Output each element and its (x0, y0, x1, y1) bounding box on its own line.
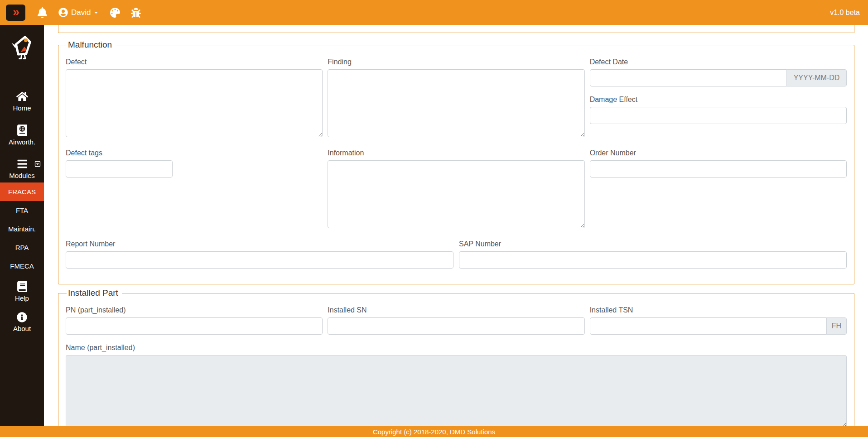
debug-report-button[interactable] (131, 8, 141, 18)
sidebar-item-rpa[interactable]: RPA (0, 238, 44, 257)
defect-tags-label: Defect tags (66, 149, 323, 157)
main-content: Malfunction Defect Finding Defect Date Y (44, 25, 868, 426)
sidebar-item-label: Home (13, 104, 31, 112)
report-number-label: Report Number (66, 240, 453, 248)
sidebar-item-maintain[interactable]: Maintain. (0, 220, 44, 238)
sidebar-item-fracas[interactable]: FRACAS (0, 182, 44, 201)
defect-tags-input[interactable] (66, 160, 173, 178)
notifications-button[interactable] (37, 7, 48, 18)
topbar: » David v1.0 beta (0, 0, 868, 25)
sidebar: Home Airworth. Modules FRACAS FTA Mainta… (0, 25, 44, 426)
name-installed-label: Name (part_installed) (66, 344, 847, 352)
finding-label: Finding (328, 58, 584, 66)
sidebar-item-label: About (13, 325, 31, 332)
user-menu[interactable]: David (58, 8, 98, 17)
sidebar-item-fmeca[interactable]: FMECA (0, 257, 44, 275)
sidebar-item-label: Help (15, 294, 29, 302)
sidebar-item-label: Modules (9, 172, 35, 179)
book-icon (17, 281, 27, 292)
installed-part-legend: Installed Part (67, 288, 122, 298)
theme-button[interactable] (110, 8, 120, 18)
pn-installed-input[interactable] (66, 317, 323, 335)
sap-number-label: SAP Number (459, 240, 847, 248)
sidebar-collapse-button[interactable]: » (6, 5, 25, 21)
installed-sn-input[interactable] (328, 317, 584, 335)
home-icon (16, 91, 28, 102)
installed-tsn-input[interactable] (590, 317, 827, 335)
user-name: David (71, 8, 91, 17)
caret-down-icon (94, 10, 98, 15)
sidebar-item-home[interactable]: Home (0, 91, 44, 112)
bird-logo-icon (8, 33, 36, 61)
information-textarea[interactable] (328, 160, 584, 228)
damage-effect-label: Damage Effect (590, 96, 847, 104)
footer: Copyright (c) 2018-2020, DMD Solutions (0, 426, 868, 437)
passport-icon (17, 125, 27, 136)
double-chevron-right-icon: » (13, 6, 18, 18)
previous-section-fieldset (58, 25, 854, 33)
flight-hours-addon: FH (826, 317, 847, 335)
defect-date-label: Defect Date (590, 58, 847, 66)
date-format-addon: YYYY-MM-DD (786, 69, 847, 86)
malfunction-legend: Malfunction (67, 40, 116, 50)
user-circle-icon (58, 8, 68, 17)
defect-label: Defect (66, 58, 323, 66)
bell-icon (37, 7, 48, 18)
palette-icon (110, 8, 120, 18)
info-circle-icon (17, 312, 27, 322)
bug-icon (131, 8, 141, 18)
pn-installed-label: PN (part_installed) (66, 306, 323, 314)
sidebar-item-fta[interactable]: FTA (0, 201, 44, 220)
installed-part-section: Installed Part PN (part_installed) Insta… (58, 288, 854, 426)
modules-submenu: FRACAS FTA Maintain. RPA FMECA (0, 182, 44, 275)
installed-sn-label: Installed SN (328, 306, 584, 314)
sidebar-item-airworthiness[interactable]: Airworth. (0, 125, 44, 146)
report-number-input[interactable] (66, 251, 453, 269)
app-logo (8, 33, 36, 63)
name-installed-textarea (66, 355, 847, 426)
malfunction-section: Malfunction Defect Finding Defect Date Y (58, 40, 854, 284)
caret-square-down-icon[interactable] (34, 161, 41, 167)
version-label: v1.0 beta (830, 9, 860, 17)
damage-effect-input[interactable] (590, 107, 847, 124)
information-label: Information (328, 149, 584, 157)
defect-textarea[interactable] (66, 69, 323, 137)
sidebar-item-label: Airworth. (9, 138, 35, 146)
sidebar-item-modules[interactable]: Modules (0, 158, 44, 179)
order-number-label: Order Number (590, 149, 847, 157)
menu-bars-icon (16, 158, 28, 169)
defect-date-input[interactable] (590, 69, 787, 86)
sap-number-input[interactable] (459, 251, 847, 269)
copyright-text: Copyright (c) 2018-2020, DMD Solutions (373, 428, 495, 436)
sidebar-item-about[interactable]: About (0, 312, 44, 332)
order-number-input[interactable] (590, 160, 847, 178)
installed-tsn-label: Installed TSN (590, 306, 847, 314)
finding-textarea[interactable] (328, 69, 584, 137)
sidebar-item-help[interactable]: Help (0, 281, 44, 302)
